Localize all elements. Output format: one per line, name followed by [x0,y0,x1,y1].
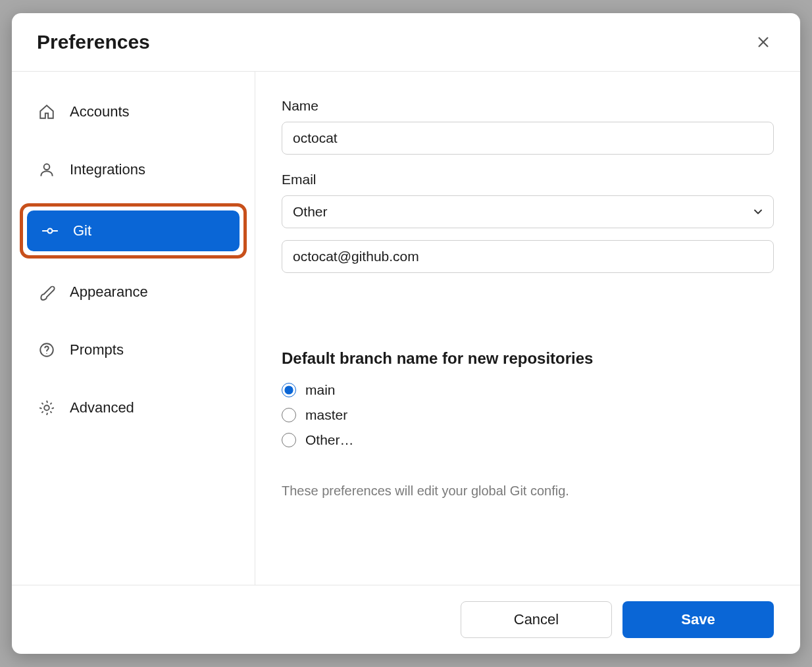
name-label: Name [282,98,774,114]
branch-option-master[interactable]: master [282,407,774,423]
default-branch-heading: Default branch name for new repositories [282,349,774,368]
sidebar-item-label: Appearance [70,284,148,301]
paintbrush-icon [38,284,55,301]
sidebar-item-label: Prompts [70,341,124,358]
radio-main[interactable] [282,383,296,397]
sidebar-item-label: Accounts [70,103,130,120]
svg-point-5 [46,353,47,354]
radio-other[interactable] [282,433,296,447]
cancel-button[interactable]: Cancel [461,601,612,638]
save-button[interactable]: Save [622,601,774,638]
svg-point-1 [48,229,53,234]
sidebar-item-label: Git [73,222,91,239]
radio-label: main [305,382,336,398]
radio-label: master [305,407,347,423]
dialog-footer: Cancel Save [12,585,800,654]
git-settings-pane: Name Email Other Default branch name for… [255,72,800,585]
svg-point-0 [44,164,50,170]
preferences-dialog: Preferences Accounts Integrations Git [12,13,800,654]
dialog-header: Preferences [12,13,800,72]
sidebar-item-label: Integrations [70,161,145,178]
git-commit-icon [41,222,59,239]
git-config-help-text: These preferences will edit your global … [282,483,774,499]
email-label: Email [282,172,774,187]
email-select-wrap: Other [282,195,774,228]
person-icon [38,161,55,178]
preferences-sidebar: Accounts Integrations Git Appearance Pro… [12,72,255,585]
close-button[interactable] [751,30,775,54]
dialog-body: Accounts Integrations Git Appearance Pro… [12,72,800,585]
git-email-input[interactable] [282,240,774,273]
email-select[interactable]: Other [282,195,774,228]
close-icon [756,35,771,49]
sidebar-item-label: Advanced [70,399,134,416]
branch-option-main[interactable]: main [282,382,774,398]
sidebar-highlight: Git [20,203,247,259]
branch-option-other[interactable]: Other… [282,432,774,448]
sidebar-item-integrations[interactable]: Integrations [24,149,243,190]
question-circle-icon [38,341,55,358]
radio-label: Other… [305,432,354,448]
sidebar-item-prompts[interactable]: Prompts [24,330,243,370]
sidebar-item-accounts[interactable]: Accounts [24,91,243,132]
sidebar-item-appearance[interactable]: Appearance [24,272,243,312]
home-icon [38,103,55,120]
radio-master[interactable] [282,408,296,422]
sidebar-item-advanced[interactable]: Advanced [24,387,243,428]
svg-point-6 [44,405,49,410]
gear-icon [38,399,55,416]
sidebar-item-git[interactable]: Git [27,210,240,251]
git-name-input[interactable] [282,122,774,155]
dialog-title: Preferences [37,31,150,53]
